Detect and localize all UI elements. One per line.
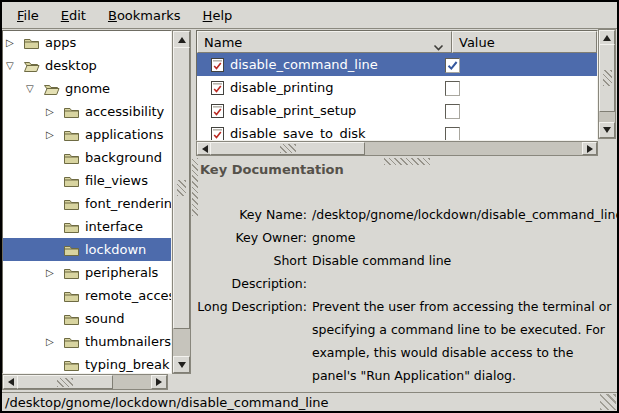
expander-collapsed-icon[interactable]: ▷ xyxy=(46,106,63,117)
key-table-body: disable_command_linedisable_printingdisa… xyxy=(197,53,597,141)
gconf-editor-window: FileEditBookmarksHelp ▷apps▽desktop▽gnom… xyxy=(0,0,619,413)
tree-item-desktop[interactable]: ▽desktop xyxy=(3,54,171,77)
thumb-grip xyxy=(280,144,296,153)
table-row-disable_command_line[interactable]: disable_command_line xyxy=(197,53,597,76)
tree-item-label: desktop xyxy=(45,58,97,73)
tree-item-label: gnome xyxy=(65,81,110,96)
arrow-down-icon xyxy=(603,127,611,133)
tree-item-typing_break[interactable]: typing_break xyxy=(3,353,171,374)
folder-open-icon xyxy=(43,82,60,96)
folder-icon xyxy=(23,36,40,50)
expander-collapsed-icon[interactable]: ▷ xyxy=(46,336,63,347)
doc-field-value: /desktop/gnome/lockdown/disable_command_… xyxy=(312,203,619,226)
value-checkbox[interactable] xyxy=(445,127,460,141)
doc-field-row: Key Owner:gnome xyxy=(195,226,615,249)
tree-item-thumbnailers[interactable]: ▷thumbnailers xyxy=(3,330,171,353)
folder-icon xyxy=(63,312,80,326)
key-table[interactable]: Name Value disable_command_linedisable_p… xyxy=(196,30,598,141)
arrow-down-icon xyxy=(178,362,186,368)
doc-field-value: gnome xyxy=(312,226,355,249)
column-header-value-label: Value xyxy=(459,35,495,50)
statusbar: /desktop/gnome/lockdown/disable_command_… xyxy=(2,392,617,411)
tree-item-label: peripherals xyxy=(85,265,158,280)
column-header-name[interactable]: Name xyxy=(197,31,452,53)
boolean-key-icon xyxy=(211,104,224,118)
table-vertical-scrollbar[interactable] xyxy=(598,29,616,139)
tree-item-file_views[interactable]: file_views xyxy=(3,169,171,192)
doc-field-row: Key Name:/desktop/gnome/lockdown/disable… xyxy=(195,203,615,226)
tree-item-label: interface xyxy=(85,219,143,234)
tree-item-apps[interactable]: ▷apps xyxy=(3,31,171,54)
boolean-key-icon xyxy=(211,81,224,95)
tree-item-applications[interactable]: ▷applications xyxy=(3,123,171,146)
expander-collapsed-icon[interactable]: ▷ xyxy=(6,37,23,48)
tree-item-accessibility[interactable]: ▷accessibility xyxy=(3,100,171,123)
expander-expanded-icon[interactable]: ▽ xyxy=(26,83,43,94)
boolean-key-icon xyxy=(211,127,224,141)
folder-icon xyxy=(63,335,80,349)
splitter-grip-icon xyxy=(384,158,430,165)
column-header-value[interactable]: Value xyxy=(452,31,597,53)
table-row-disable_print_setup[interactable]: disable_print_setup xyxy=(197,99,597,122)
scroll-right-button[interactable] xyxy=(582,142,597,155)
scroll-up-button[interactable] xyxy=(173,31,190,48)
key-name-label: disable_command_line xyxy=(230,57,378,72)
tree-item-gnome[interactable]: ▽gnome xyxy=(3,77,171,100)
tree-item-sound[interactable]: sound xyxy=(3,307,171,330)
expander-collapsed-icon[interactable]: ▷ xyxy=(46,129,63,140)
tree-item-label: typing_break xyxy=(85,357,169,372)
scrollbar-thumb[interactable] xyxy=(599,44,615,112)
arrow-right-icon xyxy=(587,145,593,153)
tree-item-label: accessibility xyxy=(85,104,164,119)
folder-icon xyxy=(63,105,80,119)
tree-item-remote_access[interactable]: remote_access xyxy=(3,284,171,307)
menu-bookmarks[interactable]: Bookmarks xyxy=(97,4,192,27)
tree-item-interface[interactable]: interface xyxy=(3,215,171,238)
tree-item-label: apps xyxy=(45,35,76,50)
tree-item-label: font_rendering xyxy=(85,196,172,211)
tree-item-background[interactable]: background xyxy=(3,146,171,169)
tree-item-font_rendering[interactable]: font_rendering xyxy=(3,192,171,215)
table-row-disable_save_to_disk[interactable]: disable_save_to_disk xyxy=(197,122,597,141)
doc-field-value: Disable command line xyxy=(312,249,451,272)
boolean-key-icon xyxy=(211,58,224,72)
value-checkbox-checked[interactable] xyxy=(445,58,460,73)
scroll-down-button[interactable] xyxy=(599,122,615,138)
menu-help[interactable]: Help xyxy=(192,4,244,27)
expander-collapsed-icon[interactable]: ▷ xyxy=(46,267,63,278)
scrollbar-thumb[interactable] xyxy=(17,375,113,389)
table-row-disable_printing[interactable]: disable_printing xyxy=(197,76,597,99)
value-checkbox[interactable] xyxy=(445,104,460,119)
folder-open-icon xyxy=(23,59,40,73)
scroll-right-button[interactable] xyxy=(151,375,167,389)
arrow-left-icon xyxy=(8,378,14,386)
tree-item-peripherals[interactable]: ▷peripherals xyxy=(3,261,171,284)
tree-horizontal-scrollbar[interactable] xyxy=(2,374,168,390)
menu-edit[interactable]: Edit xyxy=(50,4,97,27)
scrollbar-thumb[interactable] xyxy=(210,142,365,155)
tree-item-label: lockdown xyxy=(85,242,146,257)
arrow-right-icon xyxy=(156,378,162,386)
tree-item-label: applications xyxy=(85,127,163,142)
tree-item-label: background xyxy=(85,150,162,165)
tree-item-lockdown[interactable]: lockdown xyxy=(3,238,171,261)
folder-tree[interactable]: ▷apps▽desktop▽gnome▷accessibility▷applic… xyxy=(2,30,172,374)
value-checkbox[interactable] xyxy=(445,81,460,96)
arrow-up-icon xyxy=(178,37,186,43)
thumb-grip xyxy=(57,378,73,387)
table-horizontal-scrollbar[interactable] xyxy=(196,141,598,156)
menu-file[interactable]: File xyxy=(6,4,50,27)
scroll-down-button[interactable] xyxy=(173,356,190,373)
key-documentation-fields: Key Name:/desktop/gnome/lockdown/disable… xyxy=(195,203,615,387)
doc-field-label: Short Description: xyxy=(195,249,307,295)
resize-grip[interactable] xyxy=(600,394,616,410)
arrow-up-icon xyxy=(603,35,611,41)
tree-vertical-scrollbar[interactable] xyxy=(172,30,191,374)
statusbar-path: /desktop/gnome/lockdown/disable_command_… xyxy=(5,395,329,410)
scrollbar-thumb[interactable] xyxy=(173,47,190,329)
doc-field-row: Short Description:Disable command line xyxy=(195,249,615,295)
expander-expanded-icon[interactable]: ▽ xyxy=(6,60,23,71)
folder-icon xyxy=(63,358,80,372)
folder-icon xyxy=(63,243,80,257)
key-name-label: disable_printing xyxy=(230,80,334,95)
